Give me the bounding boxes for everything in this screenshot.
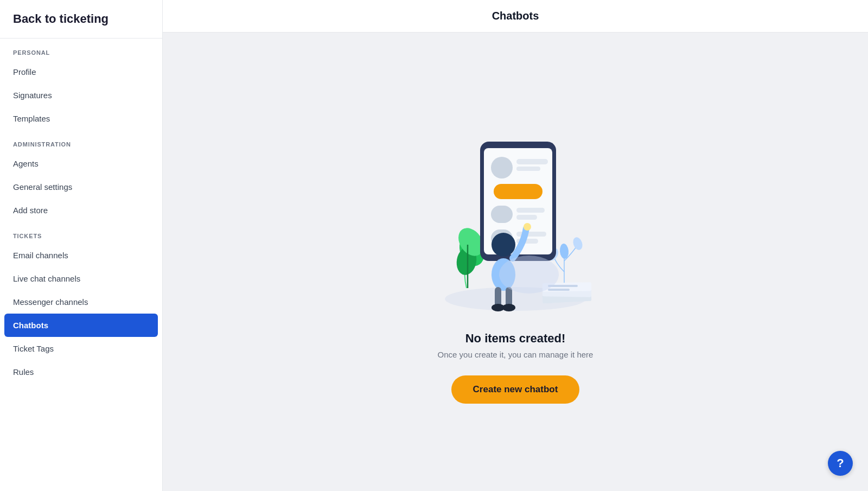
sidebar-item-email-channels[interactable]: Email channels — [0, 244, 162, 267]
no-items-subtitle: Once you create it, you can manage it he… — [438, 350, 593, 359]
svg-point-33 — [499, 256, 559, 294]
svg-point-27 — [502, 304, 515, 311]
main-content-area: Chatbots — [163, 0, 868, 491]
main-header: Chatbots — [163, 0, 868, 33]
chatbot-illustration — [423, 120, 608, 315]
page-title: Chatbots — [184, 10, 846, 22]
create-chatbot-button[interactable]: Create new chatbot — [451, 375, 580, 404]
svg-rect-13 — [516, 167, 540, 171]
sidebar: Back to ticketing PERSONALProfileSignatu… — [0, 0, 163, 491]
sidebar-item-agents[interactable]: Agents — [0, 152, 162, 175]
svg-point-6 — [571, 236, 584, 251]
sidebar-item-live-chat-channels[interactable]: Live chat channels — [0, 267, 162, 290]
sidebar-item-profile[interactable]: Profile — [0, 60, 162, 84]
svg-rect-19 — [516, 232, 546, 237]
svg-rect-11 — [491, 157, 513, 178]
sidebar-item-templates[interactable]: Templates — [0, 107, 162, 130]
sidebar-section-label-tickets: TICKETS — [0, 222, 162, 244]
no-items-title: No items created! — [465, 331, 566, 346]
empty-state: No items created! Once you create it, yo… — [163, 33, 868, 491]
sidebar-item-messenger-channels[interactable]: Messenger channels — [0, 290, 162, 314]
svg-rect-32 — [548, 289, 570, 291]
svg-rect-16 — [516, 208, 545, 213]
svg-rect-14 — [494, 184, 542, 199]
sidebar-item-rules[interactable]: Rules — [0, 360, 162, 384]
sidebar-item-signatures[interactable]: Signatures — [0, 84, 162, 107]
svg-point-23 — [524, 223, 531, 231]
sidebar-section-label-administration: ADMINISTRATION — [0, 130, 162, 152]
help-button[interactable]: ? — [828, 451, 853, 476]
sidebar-item-chatbots[interactable]: Chatbots — [4, 314, 158, 337]
sidebar-item-general-settings[interactable]: General settings — [0, 175, 162, 199]
svg-point-21 — [492, 233, 515, 257]
back-to-ticketing[interactable]: Back to ticketing — [0, 0, 162, 39]
sidebar-item-add-store[interactable]: Add store — [0, 199, 162, 222]
sidebar-section-label-personal: PERSONAL — [0, 39, 162, 60]
svg-rect-17 — [516, 215, 537, 220]
svg-rect-15 — [491, 206, 513, 223]
sidebar-item-ticket-tags[interactable]: Ticket Tags — [0, 337, 162, 360]
svg-rect-12 — [516, 159, 548, 164]
